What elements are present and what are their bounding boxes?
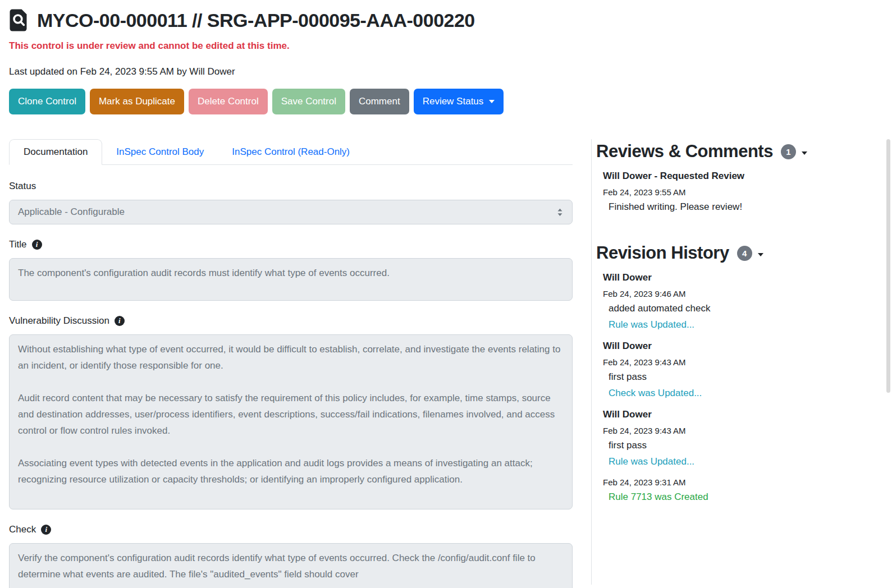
status-label: Status [9, 181, 573, 192]
revision-entry: Will Dower Feb 24, 2023 9:43 AM first pa… [603, 341, 876, 399]
file-search-icon [9, 8, 29, 33]
check-textarea[interactable]: Verify the component's configuration aud… [9, 543, 573, 588]
revisions-count-badge: 4 [737, 246, 752, 261]
revision-author: Will Dower [603, 409, 876, 420]
revision-note: added automated check [609, 303, 876, 314]
revision-detail-link[interactable]: Rule was Updated... [609, 319, 876, 330]
reviews-comments-heading: Reviews & Comments 1 [596, 141, 876, 162]
tab-inspec-control-body[interactable]: InSpec Control Body [102, 140, 218, 164]
comment-button[interactable]: Comment [350, 89, 409, 114]
review-lock-warning: This control is under review and cannot … [9, 40, 883, 52]
review-status-dropdown-button[interactable]: Review Status [414, 89, 504, 114]
delete-control-button[interactable]: Delete Control [189, 89, 268, 114]
revision-note: first pass [609, 440, 876, 451]
revision-date: Feb 24, 2023 9:43 AM [603, 426, 876, 435]
revision-list: Will Dower Feb 24, 2023 9:46 AM added au… [603, 272, 876, 503]
title-row: MYCO-00-000011 // SRG-APP-000095-AAA-000… [9, 8, 883, 33]
mark-as-duplicate-button[interactable]: Mark as Duplicate [90, 89, 184, 114]
caret-down-icon[interactable] [802, 151, 807, 155]
vulnerability-discussion-label: Vulnerability Discussion i [9, 315, 573, 327]
revision-date: Feb 24, 2023 9:43 AM [603, 357, 876, 367]
control-toolbar: Clone Control Mark as Duplicate Delete C… [9, 89, 883, 114]
review-status-label: Review Status [423, 96, 484, 107]
status-select[interactable]: Applicable - Configurable [9, 200, 573, 224]
revision-entry: Will Dower Feb 24, 2023 9:43 AM first pa… [603, 409, 876, 467]
revision-note: first pass [609, 371, 876, 383]
select-arrows-icon [556, 208, 564, 220]
control-editor-panel: Documentation InSpec Control Body InSpec… [9, 139, 573, 585]
tab-documentation[interactable]: Documentation [9, 139, 102, 165]
activity-sidebar: Reviews & Comments 1 Will Dower - Reques… [591, 139, 892, 585]
title-label: Title i [9, 239, 573, 250]
review-date: Feb 24, 2023 9:55 AM [603, 187, 876, 197]
editor-tabs: Documentation InSpec Control Body InSpec… [9, 139, 573, 165]
caret-down-icon [489, 100, 495, 103]
check-label: Check i [9, 524, 573, 535]
last-updated-text: Last updated on Feb 24, 2023 9:55 AM by … [9, 66, 883, 77]
revision-detail-link[interactable]: Check was Updated... [609, 388, 876, 399]
revision-author: Will Dower [603, 341, 876, 352]
save-control-button[interactable]: Save Control [272, 89, 345, 114]
revision-date: Feb 24, 2023 9:46 AM [603, 289, 876, 298]
sidebar-scrollbar[interactable] [886, 139, 890, 393]
info-icon[interactable]: i [115, 316, 125, 326]
documentation-form: Status Applicable - Configurable Title i… [9, 181, 573, 588]
reviews-count-badge: 1 [781, 144, 796, 159]
review-entry: Will Dower - Requested Review Feb 24, 20… [603, 171, 876, 213]
revision-author: Will Dower [603, 272, 876, 283]
title-textarea[interactable]: The component's configuration audit reco… [9, 258, 573, 301]
info-icon[interactable]: i [32, 240, 42, 250]
page-header: MYCO-00-000011 // SRG-APP-000095-AAA-000… [0, 0, 892, 114]
revision-entry: Will Dower Feb 24, 2023 9:46 AM added au… [603, 272, 876, 330]
revision-detail-link[interactable]: Rule was Updated... [609, 456, 876, 467]
revision-entry: Feb 24, 2023 9:31 AM Rule 7713 was Creat… [603, 477, 876, 503]
info-icon[interactable]: i [41, 525, 51, 535]
revision-date: Feb 24, 2023 9:31 AM [603, 477, 876, 487]
content-columns: Documentation InSpec Control Body InSpec… [0, 139, 892, 585]
revision-history-heading: Revision History 4 [596, 243, 876, 263]
page-title: MYCO-00-000011 // SRG-APP-000095-AAA-000… [37, 10, 475, 31]
reviews-list: Will Dower - Requested Review Feb 24, 20… [603, 171, 876, 213]
status-select-value: Applicable - Configurable [18, 206, 125, 218]
vulnerability-discussion-textarea[interactable]: Without establishing what type of event … [9, 334, 573, 509]
review-text: Finished writing. Please review! [609, 201, 876, 213]
review-author: Will Dower - Requested Review [603, 171, 876, 182]
clone-control-button[interactable]: Clone Control [9, 89, 85, 114]
tab-inspec-control-readonly[interactable]: InSpec Control (Read-Only) [218, 140, 364, 164]
revision-created-link[interactable]: Rule 7713 was Created [609, 491, 876, 503]
caret-down-icon[interactable] [758, 253, 763, 256]
